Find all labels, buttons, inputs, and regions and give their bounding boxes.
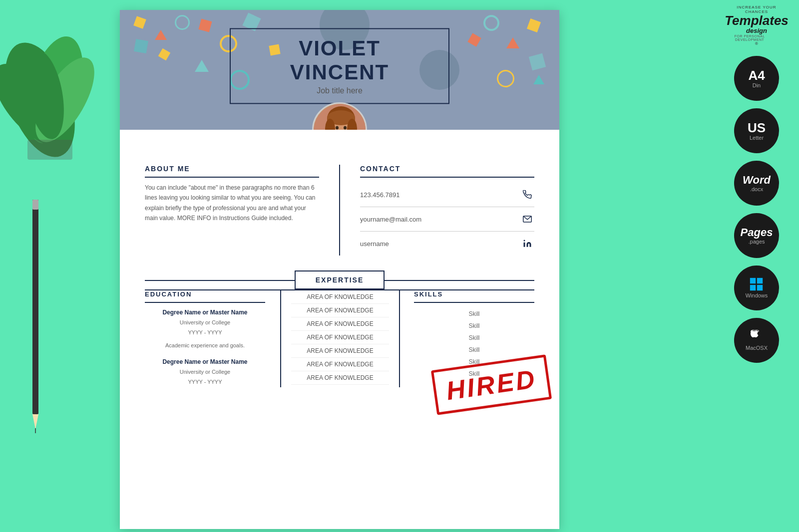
expertise-title-box: EXPERTISE <box>295 270 385 289</box>
job-title: Job title here <box>251 86 428 95</box>
contact-title: CONTACT <box>360 165 534 178</box>
degree-2-name: Degree Name or Master Name <box>145 358 265 365</box>
education-title: EDUCATION <box>145 290 265 303</box>
badge-macosx-label: MacOSX <box>746 345 768 351</box>
bottom-section: EDUCATION Degree Name or Master Name Uni… <box>145 289 534 387</box>
badge-pages-sub: .pages <box>748 239 765 245</box>
hired-text: HIRED <box>444 364 538 406</box>
area-1: AREA OF KNOWLEDGE <box>291 290 389 304</box>
brand-desc: FOR PERSONAL DEVELOPMENT <box>725 34 775 41</box>
profile-photo <box>312 102 367 130</box>
years-2: YYYY - YYYY <box>145 377 265 387</box>
phone-icon <box>520 188 534 202</box>
linkedin-icon <box>520 237 534 251</box>
area-4: AREA OF KNOWLEDGE <box>291 331 389 344</box>
candidate-name: VIOLET VINCENT <box>251 36 428 84</box>
email-icon <box>520 212 534 226</box>
name-box: VIOLET VINCENT Job title here <box>230 28 449 104</box>
badge-a4[interactable]: A4 Din <box>734 56 779 101</box>
svg-point-14 <box>344 126 347 130</box>
badge-windows-label: Windows <box>746 292 768 298</box>
skills-title: SKILLS <box>414 290 534 303</box>
phone-item: 123.456.7891 <box>360 183 534 207</box>
about-section: ABOUT ME You can include "about me" in t… <box>145 165 340 256</box>
resume-document: VIOLET VINCENT Job title here <box>120 10 559 529</box>
years-1: YYYY - YYYY <box>145 328 265 338</box>
degree-1-name: Degree Name or Master Name <box>145 309 265 316</box>
skill-1: Skill <box>414 308 534 320</box>
brand-name2: design <box>725 27 789 34</box>
svg-rect-23 <box>757 278 763 283</box>
edu-desc-1: Academic experience and goals. <box>145 341 265 351</box>
resume-header: VIOLET VINCENT Job title here <box>120 10 559 130</box>
badge-pages[interactable]: Pages .pages <box>734 213 779 258</box>
badge-pages-label: Pages <box>741 227 773 239</box>
svg-rect-5 <box>27 140 72 160</box>
badge-word-label: Word <box>743 174 771 186</box>
badge-a4-sub: Din <box>753 82 761 88</box>
top-section: ABOUT ME You can include "about me" in t… <box>145 165 534 256</box>
badge-windows[interactable]: Windows <box>734 266 779 310</box>
badge-a4-label: A4 <box>748 68 765 83</box>
badges-container: INCREASE YOUR CHANCES Templates design F… <box>729 0 784 363</box>
badge-us-sub: Letter <box>750 135 764 141</box>
svg-rect-24 <box>750 285 756 290</box>
resume-body: ABOUT ME You can include "about me" in t… <box>120 130 559 402</box>
badge-macosx[interactable]: MacOSX <box>734 318 779 363</box>
plant-decoration <box>0 0 100 162</box>
skill-3: Skill <box>414 332 534 344</box>
svg-rect-25 <box>757 285 763 290</box>
about-text: You can include "about me" in these para… <box>145 183 319 224</box>
education-column: EDUCATION Degree Name or Master Name Uni… <box>145 290 281 387</box>
area-2: AREA OF KNOWLEDGE <box>291 304 389 317</box>
svg-rect-22 <box>750 278 756 283</box>
expertise-title: EXPERTISE <box>316 276 364 284</box>
svg-rect-7 <box>32 200 38 210</box>
phone-number: 123.456.7891 <box>360 191 400 199</box>
badge-us-label: US <box>748 121 766 135</box>
badge-us[interactable]: US Letter <box>734 108 779 153</box>
pencil-decoration <box>15 200 55 451</box>
svg-point-21 <box>524 240 525 242</box>
area-3: AREA OF KNOWLEDGE <box>291 317 389 331</box>
skill-4: Skill <box>414 344 534 356</box>
skills-column: SKILLS Skill Skill Skill Skill Skill Ski… <box>399 290 534 387</box>
svg-marker-8 <box>32 414 38 429</box>
svg-point-13 <box>336 126 339 130</box>
area-7: AREA OF KNOWLEDGE <box>291 371 389 385</box>
expertise-header: EXPERTISE <box>145 270 534 289</box>
badge-word[interactable]: Word .docx <box>734 161 779 206</box>
expertise-column: AREA OF KNOWLEDGE AREA OF KNOWLEDGE AREA… <box>280 290 400 387</box>
linkedin-username: username <box>360 240 389 248</box>
area-6: AREA OF KNOWLEDGE <box>291 358 389 371</box>
badge-word-sub: .docx <box>750 186 763 192</box>
area-5: AREA OF KNOWLEDGE <box>291 344 389 358</box>
email-item: yourname@mail.com <box>360 207 534 232</box>
svg-rect-6 <box>32 200 38 414</box>
school-1: University or College <box>145 318 265 328</box>
email-address: yourname@mail.com <box>360 216 421 223</box>
brand-name: Templates <box>725 14 789 27</box>
linkedin-item: username <box>360 232 534 256</box>
contact-section: CONTACT 123.456.7891 yourname@mail.com <box>340 165 534 256</box>
skill-2: Skill <box>414 320 534 332</box>
school-2: University or College <box>145 367 265 377</box>
brand-logo: INCREASE YOUR CHANCES Templates design F… <box>725 5 789 46</box>
about-title: ABOUT ME <box>145 165 319 178</box>
